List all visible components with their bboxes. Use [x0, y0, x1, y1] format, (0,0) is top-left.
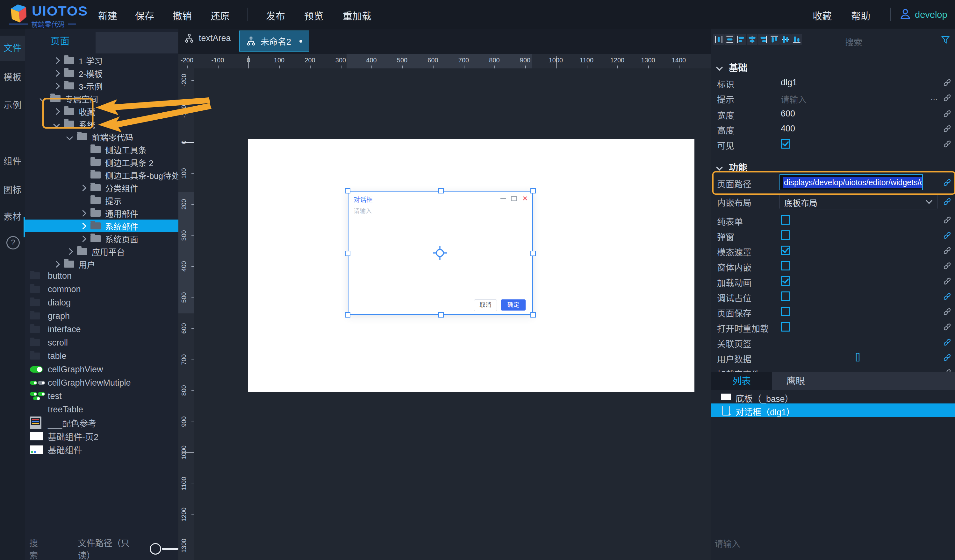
selected-widget[interactable]: 对话框 ✕ 请输入 取消 确定 [348, 191, 533, 315]
chevron-down-icon[interactable] [53, 120, 60, 127]
menu-new[interactable]: 新建 [98, 8, 117, 22]
component-item[interactable]: 基础组件-页2 [25, 429, 178, 443]
tab-list-active[interactable]: 列表 [711, 372, 772, 390]
chevron-right-icon[interactable] [66, 248, 73, 254]
component-item[interactable]: common [25, 282, 178, 296]
close-icon[interactable]: ✕ [522, 195, 528, 202]
tree-item[interactable]: 用户 [25, 258, 178, 270]
chevron-right-icon[interactable] [80, 222, 86, 229]
component-item[interactable]: interface [25, 323, 178, 336]
component-item[interactable]: ___配色参考 [25, 416, 178, 429]
user-name[interactable]: develop [915, 9, 947, 20]
align-center-horizontal-icon[interactable] [747, 34, 758, 45]
resize-handle-e[interactable] [531, 251, 536, 256]
chevron-down-icon[interactable] [716, 64, 723, 70]
component-item[interactable]: test [25, 390, 178, 403]
tab-textarea[interactable]: textArea [184, 33, 242, 43]
link-icon[interactable] [943, 231, 952, 240]
menu-save[interactable]: 保存 [135, 8, 154, 22]
chevron-right-icon[interactable] [53, 261, 60, 267]
link-icon[interactable] [943, 140, 952, 148]
component-item[interactable]: table [25, 349, 178, 363]
tooltip-input[interactable]: 请输入 [781, 93, 806, 105]
chevron-right-icon[interactable] [80, 235, 86, 242]
resize-handle-se[interactable] [531, 312, 536, 318]
link-icon[interactable] [943, 323, 952, 331]
tree-item[interactable]: 侧边工具条 [25, 143, 178, 156]
chevron-down-icon[interactable] [39, 95, 46, 102]
layer-item-dialog-selected[interactable]: 对话框（dlg1） [711, 404, 955, 417]
resize-handle-sw[interactable] [345, 312, 351, 318]
page-save-checkbox[interactable] [781, 307, 790, 316]
resize-handle-w[interactable] [345, 251, 351, 256]
chevron-down-icon[interactable] [66, 133, 73, 140]
tree-item-favorites[interactable]: 收藏 [25, 105, 178, 118]
debug-placeholder-checkbox[interactable] [781, 292, 790, 301]
link-icon[interactable] [943, 262, 952, 270]
modal-mask-checkbox[interactable] [781, 246, 790, 255]
menu-preview[interactable]: 预览 [304, 8, 323, 22]
menu-undo[interactable]: 撤销 [173, 8, 192, 22]
tree-item-system[interactable]: 系统 [25, 118, 178, 131]
tab-unnamed2-active[interactable]: 未命名2 [239, 31, 309, 51]
chevron-right-icon[interactable] [53, 108, 60, 115]
tree-item[interactable]: 2-模板 [25, 67, 178, 80]
link-icon[interactable] [943, 277, 952, 285]
ok-button[interactable]: 确定 [501, 299, 526, 310]
id-value[interactable]: dlg1 [781, 78, 797, 87]
link-icon[interactable] [943, 94, 952, 102]
link-icon[interactable] [943, 197, 952, 206]
sidebar-item-widgets[interactable]: 组件 [0, 154, 25, 167]
tree-item-selected[interactable]: 系统部件 [25, 220, 178, 232]
tree-item[interactable]: 通用部件 [25, 207, 178, 220]
tree-item[interactable]: 提示 [25, 194, 178, 207]
width-value[interactable]: 600 [781, 109, 795, 119]
tree-item[interactable]: 侧边工具条-bug待处理 [25, 168, 178, 181]
tree-item[interactable]: 前端零代码 [25, 131, 178, 143]
question-icon[interactable]: ? [6, 236, 20, 250]
sidebar-item-icons[interactable]: 图标 [0, 183, 25, 196]
component-item[interactable]: dialog [25, 296, 178, 309]
component-item[interactable]: scroll [25, 336, 178, 349]
link-icon[interactable] [943, 292, 952, 301]
link-icon[interactable] [943, 216, 952, 224]
resize-handle-ne[interactable] [531, 188, 536, 193]
menu-reload[interactable]: 重加载 [343, 8, 371, 22]
tab-eagle-eye[interactable]: 鹰眼 [772, 372, 820, 390]
section-function[interactable]: 功能 [717, 161, 747, 174]
tree-item[interactable]: 1-学习 [25, 54, 178, 67]
align-left-icon[interactable] [736, 34, 746, 45]
menu-publish[interactable]: 发布 [266, 8, 285, 22]
reload-on-open-checkbox[interactable] [781, 322, 790, 332]
loading-anim-checkbox[interactable] [781, 276, 790, 286]
tree-item[interactable]: 应用平台 [25, 245, 178, 258]
menu-help[interactable]: 帮助 [851, 8, 870, 22]
link-icon[interactable] [943, 246, 952, 255]
sidebar-item-examples[interactable]: 示例 [0, 98, 25, 111]
chevron-right-icon[interactable] [53, 57, 60, 64]
slider-rail[interactable] [162, 548, 178, 550]
window-embed-checkbox[interactable] [781, 261, 790, 270]
align-center-vertical-icon[interactable] [780, 34, 791, 45]
link-icon[interactable] [943, 178, 952, 187]
distribute-vertical-icon[interactable] [724, 34, 735, 45]
design-canvas[interactable]: 对话框 ✕ 请输入 取消 确定 [194, 69, 711, 560]
chevron-right-icon[interactable] [53, 70, 60, 76]
distribute-horizontal-icon[interactable] [713, 34, 724, 45]
slider-knob[interactable] [150, 543, 161, 555]
component-item[interactable]: treeTable [25, 403, 178, 416]
layout-select[interactable]: 底板布局 [780, 193, 938, 209]
unsaved-dot-icon[interactable] [299, 40, 302, 43]
link-icon[interactable] [943, 109, 952, 118]
link-icon[interactable] [943, 353, 952, 362]
align-top-icon[interactable] [769, 34, 780, 45]
minimize-icon[interactable] [501, 198, 506, 199]
tree-item[interactable]: 3-示例 [25, 80, 178, 92]
sidebar-item-files[interactable]: 文件 [0, 36, 25, 61]
pure-form-checkbox[interactable] [781, 215, 790, 225]
component-item[interactable]: 基础组件 [25, 443, 178, 456]
align-right-icon[interactable] [758, 34, 769, 45]
user-data-value[interactable]: [] [855, 352, 860, 362]
tree-item[interactable]: 系统页面 [25, 232, 178, 245]
chevron-right-icon[interactable] [53, 83, 60, 89]
